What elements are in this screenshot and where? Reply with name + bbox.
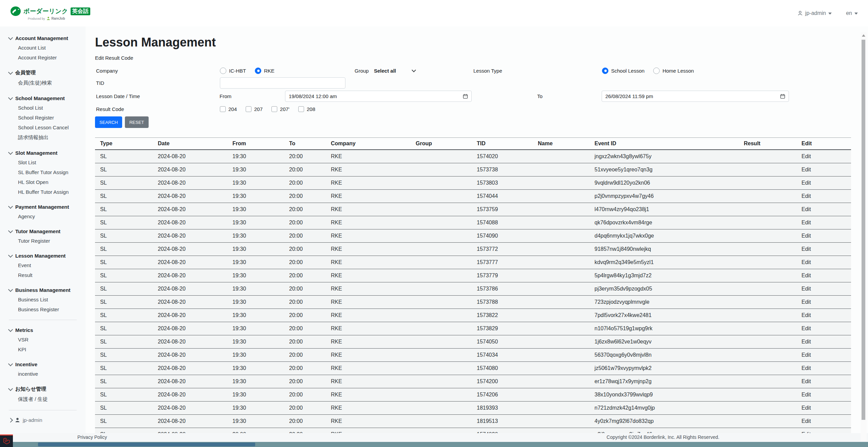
- sidebar-item[interactable]: 会員(生徒)検索: [9, 78, 86, 88]
- footer: Privacy Policy Copyright ©2024 Borderlin…: [0, 433, 868, 442]
- table-row: SL2024-08-2019:3020:00RKE1573829n107l4o5…: [95, 322, 851, 335]
- sidebar-section-title[interactable]: 会員管理: [9, 70, 86, 76]
- cell-company: RKE: [326, 335, 411, 349]
- sidebar-item[interactable]: 請求情報抽出: [9, 132, 86, 143]
- edit-link[interactable]: Edit: [801, 405, 811, 411]
- sidebar-item[interactable]: Slot List: [9, 157, 86, 167]
- sidebar-item[interactable]: Account List: [9, 43, 86, 53]
- radio-checked-icon[interactable]: [602, 68, 608, 74]
- edit-link[interactable]: Edit: [801, 259, 811, 265]
- reset-button[interactable]: RESET: [125, 116, 148, 128]
- sidebar-item[interactable]: 保護者 / 生徒: [9, 394, 86, 405]
- cell-company: RKE: [326, 203, 411, 216]
- search-button[interactable]: SEARCH: [95, 116, 122, 128]
- edit-link[interactable]: Edit: [801, 193, 811, 199]
- sidebar-item[interactable]: Business Register: [9, 304, 86, 314]
- sidebar-item[interactable]: Account Register: [9, 53, 86, 62]
- radio-checked-icon[interactable]: [255, 68, 261, 74]
- sidebar-item[interactable]: HL Buffer Tutor Assign: [9, 187, 86, 197]
- sidebar-item[interactable]: Agency: [9, 211, 86, 221]
- sidebar-section-title[interactable]: Metrics: [9, 327, 86, 333]
- cell-edit: Edit: [796, 335, 851, 349]
- sidebar-item[interactable]: Result: [9, 270, 86, 280]
- edit-link[interactable]: Edit: [801, 299, 811, 305]
- sidebar-item[interactable]: School Lesson Cancel: [9, 123, 86, 132]
- cell-edit: Edit: [796, 362, 851, 375]
- scroll-up-arrow-icon[interactable]: [862, 34, 865, 37]
- sidebar-section-title[interactable]: Lesson Management: [9, 253, 86, 259]
- sidebar-item[interactable]: incentive: [9, 369, 86, 379]
- edit-link[interactable]: Edit: [801, 206, 811, 212]
- cell-edit: Edit: [796, 402, 851, 415]
- edit-link[interactable]: Edit: [801, 246, 811, 252]
- edit-link[interactable]: Edit: [801, 167, 811, 172]
- edit-link[interactable]: Edit: [801, 378, 811, 384]
- radio-unchecked-icon[interactable]: [653, 68, 660, 74]
- column-header-tid: TID: [472, 138, 533, 150]
- cell-company: RKE: [326, 190, 411, 203]
- checkbox-option[interactable]: 208: [298, 106, 315, 112]
- sidebar-section-title[interactable]: Slot Management: [9, 150, 86, 156]
- edit-link[interactable]: Edit: [801, 418, 811, 424]
- sidebar-item[interactable]: Tutor Register: [9, 236, 86, 246]
- cell-type: SL: [95, 362, 153, 375]
- sidebar-item[interactable]: KPI: [9, 344, 86, 354]
- radio-option[interactable]: Home Lesson: [653, 68, 694, 74]
- user-menu[interactable]: jp-admin: [797, 10, 832, 16]
- sidebar-section-title[interactable]: Incentive: [9, 361, 86, 367]
- checkbox-unchecked-icon[interactable]: [220, 106, 226, 112]
- sidebar-section-title[interactable]: Tutor Management: [9, 228, 86, 234]
- radio-option[interactable]: IC-HBT: [220, 68, 246, 74]
- language-menu[interactable]: en: [846, 10, 858, 16]
- sidebar-section-title[interactable]: お知らせ管理: [9, 386, 86, 392]
- sidebar-section-title[interactable]: School Management: [9, 95, 86, 101]
- edit-link[interactable]: Edit: [801, 273, 811, 278]
- sidebar-item[interactable]: Event: [9, 260, 86, 270]
- radio-option[interactable]: RKE: [255, 68, 275, 74]
- logo[interactable]: ボーダーリンク 英会話 Produced by RareJob: [10, 6, 90, 20]
- to-datetime-input[interactable]: 26/08/2024 11:59 pm: [602, 91, 789, 102]
- horizontal-scrollbar-thumb[interactable]: [38, 443, 255, 446]
- radio-unchecked-icon[interactable]: [220, 68, 226, 74]
- cell-from: 19:30: [227, 415, 284, 428]
- from-datetime-input[interactable]: 19/08/2024 12:00 am: [285, 91, 472, 102]
- sidebar-section-title[interactable]: Business Management: [9, 287, 86, 293]
- cell-date: 2024-08-20: [153, 229, 227, 243]
- cell-tid: 1573759: [472, 203, 533, 216]
- edit-link[interactable]: Edit: [801, 233, 811, 239]
- edit-link[interactable]: Edit: [801, 220, 811, 225]
- tid-input[interactable]: [220, 77, 345, 89]
- sidebar-section-title[interactable]: Payment Management: [9, 204, 86, 210]
- sidebar-item[interactable]: Business List: [9, 295, 86, 304]
- sidebar-item[interactable]: HL Slot Open: [9, 177, 86, 187]
- edit-link[interactable]: Edit: [801, 392, 811, 397]
- edit-link[interactable]: Edit: [801, 339, 811, 344]
- checkbox-option[interactable]: 207': [271, 106, 289, 112]
- group-select[interactable]: Select all: [374, 65, 415, 76]
- cell-tid: 1574020: [472, 150, 533, 163]
- sidebar-item[interactable]: School Register: [9, 113, 86, 123]
- edit-link[interactable]: Edit: [801, 365, 811, 371]
- privacy-policy-link[interactable]: Privacy Policy: [77, 434, 107, 440]
- sidebar-user-toggle[interactable]: jp-admin: [9, 417, 86, 423]
- edit-link[interactable]: Edit: [801, 286, 811, 292]
- sidebar-item[interactable]: SL Buffer Tutor Assign: [9, 167, 86, 177]
- sidebar-item[interactable]: School List: [9, 103, 86, 113]
- vertical-scrollbar-thumb[interactable]: [862, 40, 865, 420]
- edit-link[interactable]: Edit: [801, 352, 811, 358]
- cell-company: RKE: [326, 388, 411, 402]
- sidebar-item[interactable]: VSR: [9, 335, 86, 344]
- edit-link[interactable]: Edit: [801, 180, 811, 186]
- laravel-debugbar-icon[interactable]: [0, 434, 13, 447]
- edit-link[interactable]: Edit: [801, 325, 811, 331]
- edit-link[interactable]: Edit: [801, 312, 811, 318]
- cell-result: [739, 349, 796, 362]
- edit-link[interactable]: Edit: [801, 153, 811, 159]
- radio-option[interactable]: School Lesson: [602, 68, 644, 74]
- checkbox-unchecked-icon[interactable]: [246, 106, 251, 112]
- checkbox-option[interactable]: 207: [246, 106, 263, 112]
- sidebar-section-title[interactable]: Account Management: [9, 35, 86, 41]
- checkbox-option[interactable]: 204: [220, 106, 237, 112]
- checkbox-unchecked-icon[interactable]: [271, 106, 277, 112]
- checkbox-unchecked-icon[interactable]: [298, 106, 304, 112]
